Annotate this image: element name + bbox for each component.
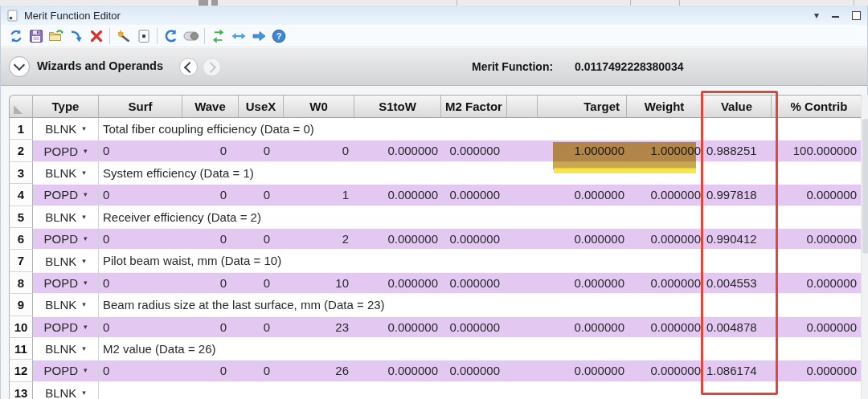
- contrib-cell[interactable]: 0.000000: [772, 316, 867, 338]
- swap-arrows-icon[interactable]: [208, 26, 228, 46]
- w0-cell[interactable]: 1: [284, 184, 354, 206]
- usex-cell[interactable]: 0: [239, 184, 284, 206]
- w0-cell[interactable]: 0: [284, 140, 354, 161]
- w0-cell[interactable]: 26: [284, 360, 354, 381]
- row-number[interactable]: 12: [9, 360, 33, 381]
- column-header-type[interactable]: Type: [33, 95, 99, 118]
- wizards-expand-button[interactable]: [9, 56, 30, 77]
- m2-cell[interactable]: 0.000000: [441, 316, 507, 338]
- surf-cell[interactable]: 0: [99, 272, 182, 294]
- toggle-icon[interactable]: [181, 26, 201, 46]
- select-all-corner[interactable]: [9, 95, 33, 118]
- row-number[interactable]: 2: [9, 140, 33, 161]
- surf-cell[interactable]: 0: [99, 316, 182, 338]
- wizard-wand-icon[interactable]: [113, 26, 133, 46]
- weight-cell[interactable]: 0.000000: [627, 360, 702, 381]
- refresh-icon[interactable]: [6, 26, 26, 46]
- blank-cell[interactable]: [507, 140, 538, 161]
- type-dropdown-cell[interactable]: POPD▾: [33, 360, 99, 381]
- type-dropdown-cell[interactable]: BLNK▾: [33, 382, 99, 399]
- undo-arrow-icon[interactable]: [161, 26, 181, 46]
- target-cell[interactable]: 0.000000: [538, 184, 627, 206]
- row-number[interactable]: 4: [9, 184, 33, 206]
- surf-cell[interactable]: 0: [99, 360, 182, 381]
- usex-cell[interactable]: 0: [239, 360, 284, 381]
- open-folder-icon[interactable]: [46, 26, 66, 46]
- usex-cell[interactable]: 0: [239, 272, 284, 294]
- column-header-wave[interactable]: Wave: [182, 95, 239, 118]
- weight-cell[interactable]: 0.000000: [627, 316, 702, 338]
- go-arrow-icon[interactable]: [248, 26, 268, 46]
- wave-cell[interactable]: 0: [182, 316, 239, 338]
- w0-cell[interactable]: 23: [284, 316, 354, 338]
- m2-cell[interactable]: 0.000000: [441, 184, 507, 206]
- blank-cell[interactable]: [507, 272, 538, 294]
- type-dropdown-cell[interactable]: BLNK▾: [33, 118, 99, 140]
- wave-cell[interactable]: 0: [182, 228, 239, 250]
- contrib-cell[interactable]: 0.000000: [772, 272, 867, 294]
- type-dropdown-cell[interactable]: BLNK▾: [33, 162, 99, 184]
- usex-cell[interactable]: 0: [239, 316, 284, 338]
- resize-arrow-icon[interactable]: [228, 26, 248, 46]
- properties-card-icon[interactable]: [133, 26, 154, 46]
- column-header--contrib[interactable]: % Contrib: [772, 95, 867, 118]
- wave-cell[interactable]: 0: [182, 184, 239, 206]
- type-dropdown-cell[interactable]: POPD▾: [33, 316, 99, 338]
- type-dropdown-cell[interactable]: BLNK▾: [33, 250, 99, 271]
- usex-cell[interactable]: 0: [239, 228, 284, 250]
- blank-cell[interactable]: [507, 360, 538, 381]
- m2-cell[interactable]: 0.000000: [441, 140, 507, 161]
- column-header-m2-factor[interactable]: M2 Factor: [441, 95, 507, 118]
- column-header-usex[interactable]: UseX: [239, 95, 284, 118]
- type-dropdown-cell[interactable]: POPD▾: [33, 184, 99, 206]
- row-number[interactable]: 1: [9, 118, 33, 140]
- blank-cell[interactable]: [507, 228, 538, 250]
- weight-cell[interactable]: 0.000000: [627, 228, 702, 250]
- s1tow-cell[interactable]: 0.000000: [354, 272, 441, 294]
- w0-cell[interactable]: 10: [284, 272, 354, 294]
- column-header-s1tow[interactable]: S1toW: [354, 95, 441, 118]
- s1tow-cell[interactable]: 0.000000: [354, 140, 441, 161]
- s1tow-cell[interactable]: 0.000000: [354, 228, 441, 250]
- column-header-weight[interactable]: Weight: [627, 95, 702, 118]
- row-number[interactable]: 13: [9, 382, 33, 399]
- row-number[interactable]: 7: [9, 250, 33, 271]
- s1tow-cell[interactable]: 0.000000: [354, 316, 441, 338]
- column-header-blank[interactable]: [507, 95, 538, 118]
- contrib-cell[interactable]: 0.000000: [772, 360, 867, 381]
- target-cell[interactable]: 0.000000: [538, 272, 627, 294]
- type-dropdown-cell[interactable]: POPD▾: [33, 228, 99, 250]
- insert-operand-icon[interactable]: [66, 26, 86, 46]
- type-dropdown-cell[interactable]: BLNK▾: [33, 294, 99, 316]
- row-number[interactable]: 3: [9, 162, 33, 184]
- column-header-target[interactable]: Target: [538, 95, 627, 118]
- weight-cell[interactable]: 0.000000: [627, 184, 702, 206]
- scrollbar-thumb[interactable]: [862, 119, 868, 254]
- m2-cell[interactable]: 0.000000: [441, 360, 507, 381]
- target-cell[interactable]: 0.000000: [538, 228, 627, 250]
- type-dropdown-cell[interactable]: BLNK▾: [33, 206, 99, 228]
- contrib-cell[interactable]: 0.000000: [772, 228, 867, 250]
- row-number[interactable]: 5: [9, 206, 33, 228]
- blank-cell[interactable]: [507, 184, 538, 206]
- type-dropdown-cell[interactable]: POPD▾: [33, 140, 99, 161]
- s1tow-cell[interactable]: 0.000000: [354, 184, 441, 206]
- delete-operand-icon[interactable]: [86, 26, 106, 46]
- row-number[interactable]: 11: [9, 338, 33, 360]
- m2-cell[interactable]: 0.000000: [441, 228, 507, 250]
- contrib-cell[interactable]: 0.000000: [772, 184, 867, 206]
- contrib-cell[interactable]: 100.000000: [772, 140, 867, 161]
- help-icon[interactable]: ?: [268, 26, 289, 46]
- weight-cell[interactable]: 0.000000: [627, 272, 702, 294]
- blank-cell[interactable]: [507, 316, 538, 338]
- row-number[interactable]: 9: [9, 294, 33, 316]
- minimize-icon[interactable]: [832, 16, 839, 18]
- window-menu-dropdown-icon[interactable]: ▾: [814, 10, 819, 20]
- target-cell[interactable]: 0.000000: [538, 360, 627, 381]
- column-header-surf[interactable]: Surf: [99, 95, 182, 118]
- history-back-button[interactable]: [179, 58, 198, 76]
- row-number[interactable]: 10: [9, 316, 33, 338]
- history-forward-button[interactable]: [203, 58, 221, 76]
- type-dropdown-cell[interactable]: POPD▾: [33, 272, 99, 294]
- w0-cell[interactable]: 2: [284, 228, 354, 250]
